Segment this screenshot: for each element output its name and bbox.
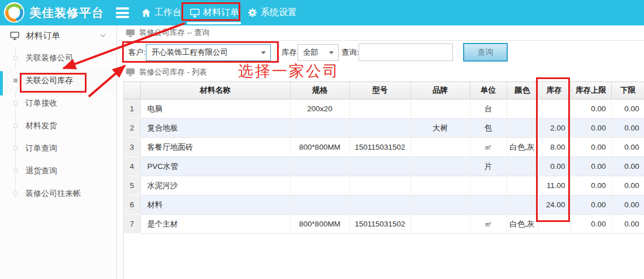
tree-node-icon <box>14 56 18 60</box>
tree-node-icon <box>14 169 18 173</box>
col-header-brand[interactable]: 品牌 <box>410 82 470 99</box>
table-row[interactable]: 6 材料 24.00 0.00 0.00 <box>124 195 644 215</box>
table-row[interactable]: 3 客餐厅地面砖 800*800MM 150115031502 ㎡ 白色,灰 8… <box>124 138 644 157</box>
sidebar-item-label: 退货查询 <box>25 166 57 175</box>
tree-node-icon <box>14 191 18 195</box>
dropdown-caret-icon <box>261 51 266 54</box>
table-row[interactable]: 7 是个主材 800*800MM 150115031502 ㎡ 白色,灰 0.0… <box>124 215 644 234</box>
table-row[interactable]: 2 复合地板 大树 包 2.00 0.00 0.00 <box>124 119 644 138</box>
table-row[interactable]: 5 水泥河沙 11.00 0.00 0.00 <box>124 176 644 195</box>
tree-node-icon <box>14 79 18 82</box>
stock-table: 材料名称 规格 型号 品牌 单位 颜色 库存 库存上限 下限 1 电脑 <box>123 81 644 279</box>
tree-node-icon <box>14 146 18 150</box>
top-bar: 美佳装修平台 工作台 材料订单 <box>0 0 644 25</box>
sidebar-item-label: 关联公司库存 <box>25 76 73 85</box>
customer-select[interactable]: 开心装饰工程有限公司 <box>146 44 271 61</box>
nav-label: 工作台 <box>154 7 181 19</box>
monitor-icon <box>126 28 135 38</box>
main-content: 装修公司库存 -- 查询 客户: 开心装饰工程有限公司 库存: 全部 查询: 查… <box>118 25 644 279</box>
sidebar-item-label: 订单接收 <box>25 98 57 107</box>
section-title-text: 装修公司库存 -- 查询 <box>139 28 210 38</box>
customer-label: 客户: <box>128 41 146 64</box>
filter-bar: 客户: 开心装饰工程有限公司 库存: 全部 查询: 查询 <box>118 41 644 64</box>
col-header-material-name[interactable]: 材料名称 <box>140 82 290 99</box>
stock-label: 库存: <box>282 41 299 64</box>
home-icon <box>141 7 152 18</box>
search-label: 查询: <box>342 41 359 64</box>
nav-item-workbench[interactable]: 工作台 <box>141 0 181 25</box>
sidebar-item-label: 材料发货 <box>25 121 57 130</box>
stock-select[interactable]: 全部 <box>297 44 339 61</box>
sidebar-item-return-query[interactable]: 退货查询 <box>0 159 116 182</box>
col-header-unit[interactable]: 单位 <box>470 82 507 99</box>
sidebar-group-material-orders[interactable]: 材料订单 <box>0 25 116 46</box>
sidebar-item-company-accounts[interactable]: 装修公司往来帐 <box>0 182 116 204</box>
table-row[interactable]: 4 PVC水管 片 0.00 0.00 0.00 <box>124 157 644 176</box>
col-header-model[interactable]: 型号 <box>349 82 410 99</box>
sidebar-item-linked-companies[interactable]: 关联装修公司 <box>0 46 116 69</box>
search-input[interactable] <box>358 43 453 61</box>
monitor-icon <box>189 7 200 18</box>
app-window: 美佳装修平台 工作台 材料订单 <box>0 0 644 279</box>
col-header-stock[interactable]: 库存 <box>538 82 570 99</box>
table-row[interactable]: 1 电脑 200x20 台 0.00 0.00 <box>124 99 644 119</box>
nav-label: 材料订单 <box>203 7 239 19</box>
tree-node-icon <box>14 101 18 105</box>
tree-node-icon <box>14 124 18 128</box>
col-header-index <box>124 82 140 99</box>
col-header-stock-max[interactable]: 库存上限 <box>570 82 611 99</box>
sidebar-item-company-stock[interactable]: 关联公司库存 <box>0 69 116 91</box>
monitor-icon <box>126 67 135 77</box>
table-header-row: 材料名称 规格 型号 品牌 单位 颜色 库存 库存上限 下限 <box>124 82 644 99</box>
col-header-stock-min[interactable]: 下限 <box>611 82 644 99</box>
list-section-title: 装修公司库存 - 列表 <box>118 64 207 80</box>
sidebar-item-material-shipping[interactable]: 材料发货 <box>0 114 116 137</box>
sidebar-item-order-query[interactable]: 订单查询 <box>0 137 116 159</box>
menu-toggle-icon[interactable] <box>116 7 129 18</box>
active-item-accent <box>0 71 3 95</box>
nav-label: 系统设置 <box>261 7 297 19</box>
query-section-title: 装修公司库存 -- 查询 <box>118 25 644 41</box>
sidebar-item-label: 关联装修公司 <box>25 53 73 62</box>
active-tab-underline <box>187 22 241 24</box>
dropdown-caret-icon <box>329 51 334 54</box>
sidebar-item-label: 装修公司往来帐 <box>25 189 81 198</box>
section-title-text: 装修公司库存 - 列表 <box>139 67 207 77</box>
sidebar-item-label: 订单查询 <box>25 143 57 152</box>
sidebar: 材料订单 关联装修公司 关联公司库存 订单接收 材 <box>0 25 117 279</box>
sidebar-group-label: 材料订单 <box>26 30 60 41</box>
sidebar-menu: 关联装修公司 关联公司库存 订单接收 材料发货 订单查询 退货查询 <box>0 46 116 204</box>
col-header-spec[interactable]: 规格 <box>290 82 349 99</box>
monitor-icon <box>10 30 20 41</box>
stock-select-value: 全部 <box>303 47 318 58</box>
nav-item-system-settings[interactable]: 系统设置 <box>247 0 297 25</box>
sidebar-item-order-receive[interactable]: 订单接收 <box>0 91 116 114</box>
app-title: 美佳装修平台 <box>29 0 104 25</box>
query-button[interactable]: 查询 <box>463 43 508 62</box>
gear-icon <box>247 7 258 18</box>
chevron-down-icon <box>100 32 106 39</box>
customer-select-value: 开心装饰工程有限公司 <box>152 47 228 58</box>
app-logo-icon <box>3 2 25 23</box>
col-header-color[interactable]: 颜色 <box>507 82 538 99</box>
